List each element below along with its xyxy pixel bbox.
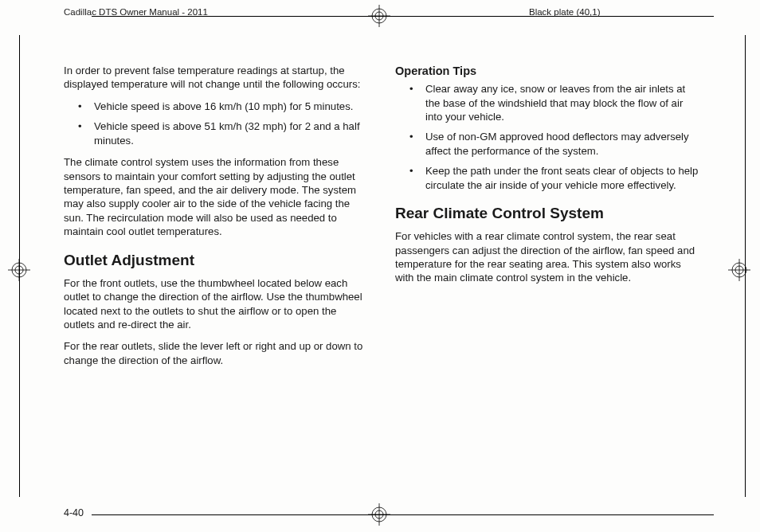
manual-page: Cadillac DTS Owner Manual - 2011 Black p… <box>0 0 760 532</box>
content-columns: In order to prevent false temperature re… <box>64 64 701 375</box>
section-heading-outlet-adjustment: Outlet Adjustment <box>64 250 370 270</box>
page-number: 4-40 <box>64 507 84 520</box>
body-text: The climate control system uses the info… <box>64 155 370 239</box>
body-text: For the rear outlets, slide the lever le… <box>64 339 370 367</box>
running-header-right: Black plate (40,1) <box>529 6 601 18</box>
column-right: Operation Tips Clear away any ice, snow … <box>395 64 701 375</box>
list-item: Vehicle speed is above 16 km/h (10 mph) … <box>83 100 370 113</box>
body-text: For vehicles with a rear climate control… <box>395 229 701 285</box>
crop-rule <box>745 35 746 497</box>
subheading-operation-tips: Operation Tips <box>395 64 701 79</box>
list-item: Clear away any ice, snow or leaves from … <box>414 82 701 123</box>
list-item: Use of non-GM approved hood deflectors m… <box>414 130 701 158</box>
registration-mark-icon <box>728 259 750 281</box>
body-text: For the front outlets, use the thumbwhee… <box>64 276 370 332</box>
bullet-list: Vehicle speed is above 16 km/h (10 mph) … <box>64 100 370 147</box>
body-text: In order to prevent false temperature re… <box>64 64 370 92</box>
running-header-left: Cadillac DTS Owner Manual - 2011 <box>64 6 208 18</box>
bullet-list: Clear away any ice, snow or leaves from … <box>395 82 701 192</box>
column-left: In order to prevent false temperature re… <box>64 64 370 375</box>
section-heading-rear-climate: Rear Climate Control System <box>395 203 701 223</box>
list-item: Keep the path under the front seats clea… <box>414 164 701 192</box>
crop-rule <box>92 514 714 515</box>
list-item: Vehicle speed is above 51 km/h (32 mph) … <box>83 119 370 147</box>
crop-rule <box>19 35 20 497</box>
